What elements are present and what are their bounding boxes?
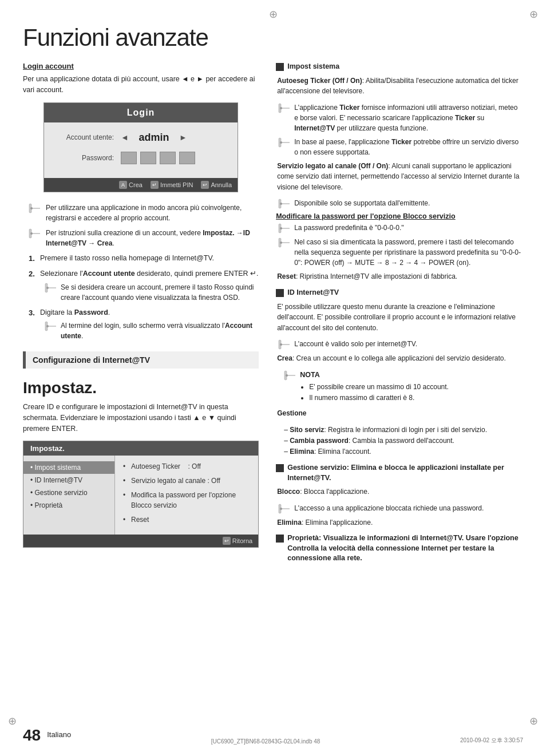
tip-icon-r4: [278, 223, 291, 233]
impostaz-box-body: • Impost sistema • ID Internet@TV • Gest…: [23, 456, 258, 535]
footer-immetti: ↵ Immetti PIN: [151, 181, 193, 189]
dash-sito: Sito serviz: Registra le informazioni di…: [284, 425, 523, 436]
impostaz-right-modifica: • Modifica la password per l'opzione Blo…: [123, 490, 250, 510]
tip-icon-r6: [278, 339, 291, 350]
modifica-heading: Modificare la password per l'opzione Blo…: [276, 212, 523, 220]
id-internet-section: ID Internet@TV E' possibile utilizzare q…: [276, 288, 523, 457]
step-2-tip: Se si desidera creare un account, premer…: [29, 282, 259, 303]
account-value: admin: [131, 132, 177, 144]
nota-block: NOTA E' possibile creare un massimo di 1…: [276, 370, 523, 403]
impostaz-box-header: Impostaz.: [23, 441, 258, 456]
right-tip-7: L'accesso a una applicazione bloccata ri…: [276, 503, 523, 514]
account-label: Account utente:: [56, 133, 118, 141]
svg-point-4: [280, 107, 282, 109]
tip-icon-r2: [278, 137, 291, 148]
square-bullet-3: [276, 464, 284, 472]
impostaz-section: Impostaz. Creare ID e configurare le imp…: [23, 379, 259, 548]
footer-language: Italiano: [47, 730, 71, 739]
password-box-2: [140, 152, 156, 164]
impostaz-item-impost-sistema[interactable]: • Impost sistema: [23, 461, 114, 474]
svg-point-7: [280, 227, 282, 229]
footer-file: [UC6900_ZT]BN68-02843G-02L04.indb 48: [211, 738, 321, 745]
right-tip-2: In base al paese, l'applicazione Ticker …: [276, 137, 523, 157]
reset-body: Reset: Ripristina Internet@TV alle impos…: [276, 271, 523, 282]
login-box-footer: A Crea ↵ Immetti PIN ↩ Annulla: [44, 178, 238, 192]
impostaz-intro: Creare ID e configurare le impostazioni …: [23, 402, 259, 434]
step-3-num: 3.: [29, 307, 40, 319]
step-3-tip-text: Al termine del login, sullo schermo verr…: [61, 320, 259, 341]
impostaz-item-proprieta[interactable]: • Proprietà: [23, 499, 114, 512]
impostaz-right-autoeseg: • Autoeseg Ticker : Off: [123, 461, 250, 472]
svg-point-9: [280, 343, 282, 346]
page-footer: 48 Italiano [UC6900_ZT]BN68-02843G-02L04…: [23, 726, 523, 745]
left-arrow-icon: ◄: [121, 133, 129, 142]
page-number: 48: [23, 726, 41, 744]
login-intro: Per una applicazione dotata di più accou…: [23, 74, 259, 96]
gestione-servizio-section: Gestione servizio: Elimina e blocca le a…: [276, 463, 523, 528]
right-tip-1-text: L'applicazione Ticker fornisce informazi…: [294, 102, 523, 133]
step-2: 2. Selezionare l'Account utente desidera…: [29, 268, 259, 303]
svg-point-2: [46, 287, 49, 289]
impostaz-right-reset: • Reset: [123, 514, 250, 525]
password-box-4: [179, 152, 195, 164]
numbered-list: 1. Premere il tasto rosso nella homepage…: [23, 253, 259, 342]
impostaz-title: Impostaz.: [23, 379, 259, 397]
gestione-heading-body: Gestione: [276, 408, 523, 419]
login-account-section: Login account Per una applicazione dotat…: [23, 62, 259, 341]
login-tip-2: Per istruzioni sulla creazione di un acc…: [23, 228, 259, 248]
svg-point-6: [280, 203, 282, 205]
return-icon: ↩: [201, 181, 209, 189]
login-account-heading: Login account: [23, 62, 259, 70]
crosshair-top-right: ⊕: [529, 8, 538, 21]
id-internet-body: E' possibile utilizzare questo menu dura…: [276, 302, 523, 334]
proprieta-section: Proprietà: Visualizza le informazioni di…: [276, 533, 523, 564]
impostaz-right-servizio: • Servizio legato al canale : Off: [123, 476, 250, 486]
footer-annulla: ↩ Annulla: [201, 181, 232, 189]
footer-file-info: [UC6900_ZT]BN68-02843G-02L04.indb 48: [211, 738, 321, 745]
password-box-3: [160, 152, 176, 164]
impostaz-item-id-internet[interactable]: • ID Internet@TV: [23, 474, 114, 486]
footer-date: 2010-09-02 오후 3:30:57: [460, 737, 523, 743]
enter-icon: ↵: [151, 181, 159, 189]
login-box-body: Account utente: ◄ admin ► Password:: [44, 122, 238, 178]
impostaz-left-panel: • Impost sistema • ID Internet@TV • Gest…: [23, 456, 115, 535]
tip-icon-r3: [278, 199, 291, 209]
page-title: Funzioni avanzate: [23, 24, 523, 52]
svg-point-8: [280, 242, 282, 244]
svg-point-3: [46, 325, 49, 327]
config-section-bar: Configurazione di Internet@TV: [23, 351, 259, 369]
step-2-text: Selezionare l'Account utente desiderato,…: [40, 268, 259, 279]
reset-label: Reset: [131, 514, 149, 525]
impostaz-right-panel: • Autoeseg Ticker : Off • Servizio legat…: [115, 456, 258, 535]
step-2-num: 2.: [29, 268, 40, 280]
right-arrow-icon: ►: [179, 133, 187, 142]
crosshair-top-center: ⊕: [269, 8, 278, 21]
impost-sistema-title: Impost sistema: [276, 62, 523, 72]
tip-icon-4: [45, 321, 57, 331]
step-3: 3. Digitare la Password. Al termine del …: [29, 307, 259, 342]
step-3-tip: Al termine del login, sullo schermo verr…: [29, 320, 259, 341]
tip-icon-r5: [278, 238, 291, 248]
right-tip-2-text: In base al paese, l'applicazione Ticker …: [294, 137, 523, 157]
account-value-container: ◄ admin ►: [118, 132, 226, 144]
impostaz-box-footer: ↩ Ritorna: [23, 535, 258, 547]
square-bullet-2: [276, 289, 284, 297]
autoeseg-body: Autoeseg Ticker (Off / On): Abilita/Disa…: [276, 76, 523, 97]
footer-ritorna: ↩ Ritorna: [223, 537, 252, 545]
impostaz-item-gestione-servizio[interactable]: • Gestione servizio: [23, 486, 114, 499]
id-internet-title: ID Internet@TV: [276, 288, 523, 298]
crea-term: Crea: [277, 354, 292, 362]
tip-icon-r7: [278, 504, 291, 514]
login-box: Login Account utente: ◄ admin ► Password…: [43, 102, 238, 192]
modifica-label: Modifica la password per l'opzione Blocc…: [131, 490, 250, 510]
dash-list: Sito serviz: Registra le informazioni di…: [276, 425, 523, 458]
proprieta-title: Proprietà: Visualizza le informazioni di…: [276, 533, 523, 564]
reset-term: Reset: [277, 272, 296, 280]
login-tip-1-text: Per utilizzare una applicazione in modo …: [46, 203, 259, 223]
step-1: 1. Premere il tasto rosso nella homepage…: [29, 253, 259, 264]
impost-sistema-section: Impost sistema Autoeseg Ticker (Off / On…: [276, 62, 523, 282]
step-1-text: Premere il tasto rosso nella homepage di…: [40, 253, 214, 264]
servizio-term: Servizio legato al canale (Off / On): [277, 162, 388, 170]
login-box-header: Login: [44, 103, 238, 122]
servizio-body: Servizio legato al canale (Off / On): Al…: [276, 161, 523, 193]
